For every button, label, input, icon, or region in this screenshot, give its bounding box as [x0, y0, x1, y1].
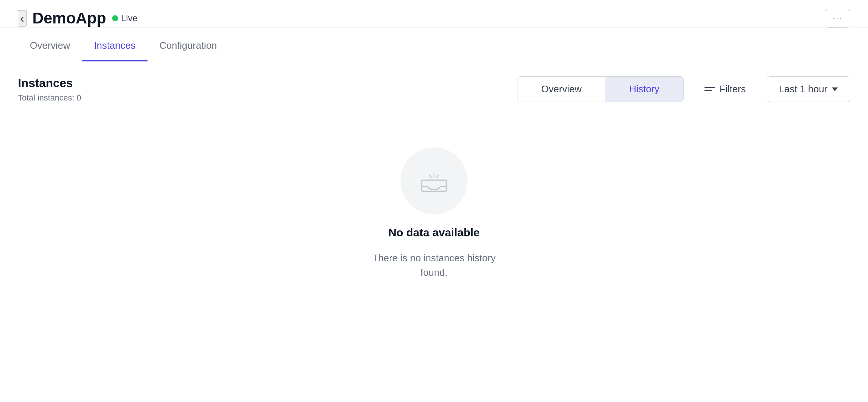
content-area: Instances Total instances: 0 Overview Hi… [0, 61, 868, 295]
toggle-overview-button[interactable]: Overview [517, 77, 605, 102]
more-button-label: ··· [833, 13, 842, 23]
filter-line-1 [704, 87, 715, 88]
nav-tabs: Overview Instances Configuration [0, 31, 868, 61]
filter-line-2 [704, 90, 712, 91]
live-badge: Live [112, 13, 137, 23]
section-title: Instances [18, 76, 81, 90]
time-selector[interactable]: Last 1 hour [767, 76, 850, 102]
filter-icon [704, 87, 715, 91]
section-header: Instances Total instances: 0 Overview Hi… [18, 76, 850, 103]
tab-overview[interactable]: Overview [18, 31, 82, 61]
empty-icon-wrapper [400, 147, 468, 214]
time-selector-label: Last 1 hour [779, 83, 827, 95]
header-left: ‹ DemoApp Live [18, 9, 137, 27]
section-title-block: Instances Total instances: 0 [18, 76, 81, 103]
empty-inbox-icon [417, 164, 451, 198]
more-button[interactable]: ··· [825, 9, 850, 28]
tab-configuration[interactable]: Configuration [148, 31, 229, 61]
svg-line-2 [430, 175, 431, 178]
filters-button[interactable]: Filters [693, 77, 758, 102]
tab-instances[interactable]: Instances [82, 31, 147, 61]
chevron-down-icon [832, 87, 838, 91]
filters-label: Filters [719, 83, 746, 95]
app-title: DemoApp [32, 9, 106, 27]
live-dot-icon [112, 15, 118, 21]
empty-subtitle: There is no instances historyfound. [373, 251, 496, 280]
svg-line-3 [437, 175, 438, 178]
header: ‹ DemoApp Live ··· [0, 0, 868, 28]
toggle-group: Overview History [517, 76, 684, 102]
back-button[interactable]: ‹ [18, 10, 26, 26]
live-label: Live [121, 13, 137, 23]
empty-state: No data available There is no instances … [18, 147, 850, 280]
empty-title: No data available [388, 226, 479, 239]
controls: Overview History Filters Last 1 hour [517, 76, 850, 102]
section-subtitle: Total instances: 0 [18, 93, 81, 103]
toggle-history-button[interactable]: History [605, 77, 683, 102]
